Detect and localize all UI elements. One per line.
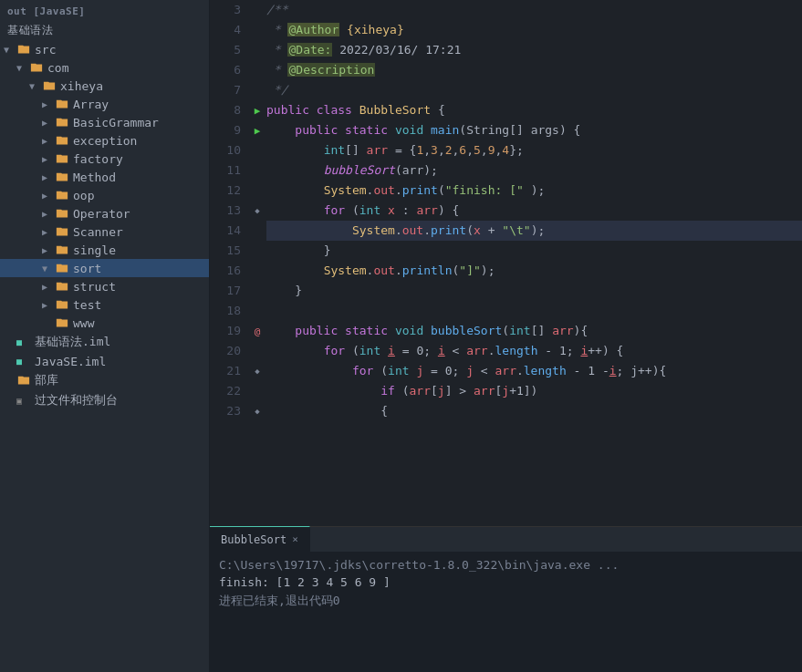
- arrow-icon: ▼: [4, 45, 16, 55]
- sidebar-label-exception: exception: [73, 134, 137, 148]
- folder-icon: [55, 297, 69, 312]
- arrow-icon: ▶: [42, 99, 55, 109]
- terminal-tab-close-icon[interactable]: ×: [292, 533, 298, 545]
- sidebar-subheader: 基础语法: [0, 21, 209, 40]
- folder-icon: [55, 224, 69, 239]
- sidebar-item-single[interactable]: ▶ single: [0, 241, 209, 259]
- arrow-icon: ▶: [42, 136, 55, 146]
- sidebar-item-factory[interactable]: ▶ factory: [0, 150, 209, 168]
- sidebar-label-buku: 部库: [35, 372, 58, 388]
- terminal-tab-label: BubbleSort: [221, 533, 286, 546]
- code-line-11: bubbleSort(arr);: [266, 160, 802, 181]
- sidebar-item-sort[interactable]: ▼ sort: [0, 259, 209, 277]
- code-line-5: * @Date: 2022/03/16/ 17:21: [266, 40, 802, 60]
- folder-icon: [55, 170, 69, 184]
- file-iml-icon: ■: [16, 335, 31, 349]
- sidebar-label-oop: oop: [73, 189, 94, 202]
- arrow-icon: ▶: [42, 118, 55, 128]
- folder-icon: [55, 206, 69, 221]
- code-line-6: * @Description: [266, 60, 802, 80]
- sidebar-item-test[interactable]: ▶ test: [0, 295, 209, 314]
- sidebar-label-single: single: [73, 243, 116, 257]
- sidebar-item-exception[interactable]: ▶ exception: [0, 131, 209, 150]
- sidebar-label-www: www: [73, 316, 94, 330]
- sidebar-item-buku[interactable]: ▶ 部库: [0, 370, 209, 390]
- sidebar-label-factory: factory: [73, 152, 123, 166]
- arrow-icon: ▶: [42, 300, 55, 310]
- sidebar-item-basicgrammar[interactable]: ▶ BasicGrammar: [0, 113, 209, 131]
- arrow-icon: ▼: [42, 264, 55, 274]
- sidebar-item-struct[interactable]: ▶ struct: [0, 277, 209, 295]
- folder-icon: [55, 151, 69, 166]
- gutter: ▶ ▶ ◆ @ ◆ ◆: [248, 0, 266, 526]
- arrow-icon: ▼: [29, 81, 42, 91]
- sidebar-label-struct: struct: [73, 280, 116, 294]
- sidebar-label-array: Array: [73, 98, 109, 111]
- terminal-tab-bubblesort[interactable]: BubbleSort ×: [210, 526, 310, 552]
- sidebar-item-guanli[interactable]: ▶ ▣ 过文件和控制台: [0, 390, 209, 410]
- sidebar: out [JavaSE] 基础语法 ▼ src ▼ com ▼: [0, 0, 210, 672]
- code-line-15: }: [266, 241, 802, 261]
- code-line-10: int[] arr = {1,3,2,6,5,9,4};: [266, 140, 802, 160]
- code-line-9: public static void main(String[] args) {: [266, 120, 802, 140]
- sidebar-label-jichu-iml: 基础语法.iml: [35, 334, 110, 350]
- terminal-tabs: BubbleSort ×: [210, 527, 802, 553]
- annotation-icon: @: [255, 326, 261, 337]
- sidebar-item-www[interactable]: ▶ www: [0, 314, 209, 332]
- arrow-icon: ▶: [42, 227, 55, 237]
- sidebar-label-guanli: 过文件和控制台: [35, 392, 118, 408]
- sidebar-item-oop[interactable]: ▶ oop: [0, 186, 209, 204]
- folder-icon: [55, 97, 69, 111]
- folder-icon: [55, 261, 69, 275]
- sidebar-label-javase-iml: JavaSE.iml: [35, 355, 106, 368]
- sidebar-label-src: src: [35, 43, 56, 57]
- sidebar-label-test: test: [73, 298, 101, 312]
- folder-icon: [55, 315, 69, 330]
- code-line-23: {: [266, 401, 802, 421]
- code-content[interactable]: 3 4 5 6 7 8 9 10 11 12 13 14 15 16 17 18…: [210, 0, 802, 526]
- sidebar-label-scanner: Scanner: [73, 225, 123, 239]
- code-line-20: for (int i = 0; i < arr.length - 1; i++)…: [266, 341, 802, 361]
- code-line-21: for (int j = 0; j < arr.length - 1 -i; j…: [266, 361, 802, 381]
- code-line-18: [266, 301, 802, 321]
- main-container: out [JavaSE] 基础语法 ▼ src ▼ com ▼: [0, 0, 802, 672]
- sidebar-item-jichu-iml[interactable]: ▶ ■ 基础语法.iml: [0, 332, 209, 352]
- line-numbers: 3 4 5 6 7 8 9 10 11 12 13 14 15 16 17 18…: [210, 0, 248, 526]
- diamond-icon: ◆: [255, 206, 259, 215]
- folder-icon: [29, 60, 44, 75]
- terminal-output-finish: finish: [1 2 3 4 5 6 9 ]: [219, 575, 793, 589]
- sidebar-item-src[interactable]: ▼ src: [0, 40, 209, 58]
- sidebar-header: out [JavaSE]: [0, 2, 209, 21]
- sidebar-item-scanner[interactable]: ▶ Scanner: [0, 222, 209, 241]
- editor-area: 3 4 5 6 7 8 9 10 11 12 13 14 15 16 17 18…: [210, 0, 802, 672]
- code-lines[interactable]: /** * @Author {xiheya} * @Date: 2022/03/…: [266, 0, 802, 526]
- sidebar-label-method: Method: [73, 171, 116, 184]
- breakpoint-icon[interactable]: ▶: [255, 125, 261, 137]
- code-line-7: */: [266, 80, 802, 100]
- sidebar-item-method[interactable]: ▶ Method: [0, 168, 209, 186]
- diamond-icon: ◆: [255, 407, 259, 416]
- folder-icon: [55, 115, 69, 129]
- arrow-icon: ▶: [42, 245, 55, 255]
- breakpoint-icon[interactable]: ▶: [255, 105, 261, 117]
- arrow-icon: ▶: [42, 154, 55, 164]
- sidebar-label-sort: sort: [73, 262, 101, 275]
- folder-icon: [55, 243, 69, 257]
- sidebar-label-xiheya: xiheya: [60, 79, 103, 93]
- folder-icon: [42, 78, 57, 93]
- terminal-command: C:\Users\19717\.jdks\corretto-1.8.0_322\…: [219, 558, 793, 572]
- sidebar-item-com[interactable]: ▼ com: [0, 58, 209, 77]
- arrow-icon: ▶: [42, 282, 55, 292]
- sidebar-item-operator[interactable]: ▶ Operator: [0, 204, 209, 222]
- arrow-icon: ▶: [42, 209, 55, 219]
- code-line-8: public class BubbleSort {: [266, 100, 802, 120]
- arrow-icon: ▶: [42, 191, 55, 201]
- folder-icon: [16, 373, 31, 388]
- sidebar-item-javase-iml[interactable]: ▶ ■ JavaSE.iml: [0, 352, 209, 370]
- terminal-body[interactable]: C:\Users\19717\.jdks\corretto-1.8.0_322\…: [210, 553, 802, 672]
- arrow-icon: ▼: [16, 63, 29, 73]
- code-line-19: public static void bubbleSort(int[] arr)…: [266, 321, 802, 341]
- sidebar-item-array[interactable]: ▶ Array: [0, 95, 209, 113]
- code-line-4: * @Author {xiheya}: [266, 20, 802, 40]
- sidebar-item-xiheya[interactable]: ▼ xiheya: [0, 77, 209, 95]
